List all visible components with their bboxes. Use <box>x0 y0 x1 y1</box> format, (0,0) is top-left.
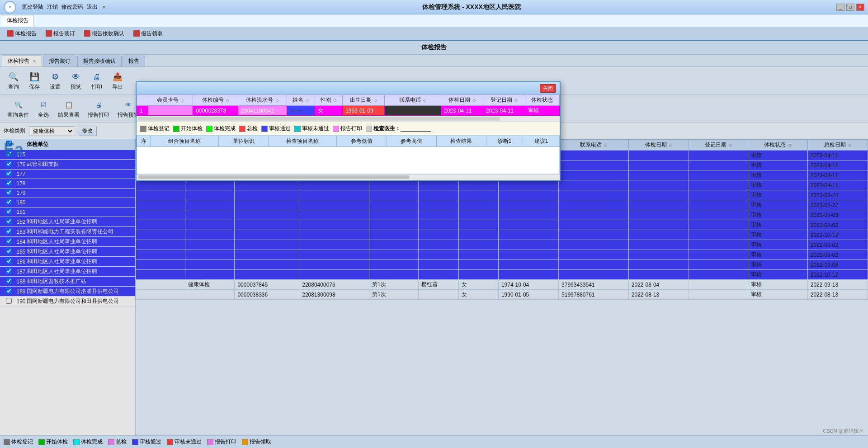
modal-cell-regdate: 2023-04-11 <box>483 106 525 116</box>
title-bar-menu: 更改登陆 注销 修改密码 退出 ▼ <box>22 3 107 11</box>
modal-legend-complete: 体检完成 <box>206 125 236 132</box>
modal-th-status: 体检状态 <box>525 95 559 106</box>
modal-table: 会员卡号 ◇ 体检编号 ◇ 体检流水号 ◇ 姓名 ◇ 性别 ◇ 出生日期 ◇ 联… <box>137 94 560 116</box>
close-btn[interactable]: × <box>856 4 864 11</box>
modal-th-regdate: 登记日期 ◇ <box>483 95 525 106</box>
menu-exit[interactable]: 退出 <box>87 3 98 11</box>
modal-legend-box-register <box>140 126 146 132</box>
modal-tbody: 1 0000028378 23041100042 —— 女 1969-01-09… <box>137 106 560 116</box>
modal-legend-box-total <box>239 126 245 132</box>
modal-legend-box-complete <box>206 126 212 132</box>
modal-overlay: 关闭 会员卡号 ◇ 体检编号 ◇ 体检流水号 ◇ 姓名 ◇ 性别 ◇ 出生日期 … <box>0 27 868 448</box>
modal-close-btn[interactable]: 关闭 <box>540 84 556 93</box>
menu-logout[interactable]: 注销 <box>47 3 58 11</box>
modal-legend-total: 总检 <box>239 125 258 132</box>
modal-table-row[interactable]: 1 0000028378 23041100042 —— 女 1969-01-09… <box>137 106 560 116</box>
modal-th-name: 姓名 ◇ <box>287 95 315 106</box>
modal-legend: 体检登记 开始体检 体检完成 总检 审核通过 <box>137 122 560 135</box>
modal-dth-seq: 序 <box>137 136 151 147</box>
modal-header: 关闭 <box>137 82 560 94</box>
modal-legend-box-printed <box>333 126 339 132</box>
title-bar-left: ✦ 更改登陆 注销 修改密码 退出 ▼ <box>4 1 107 14</box>
modal-dth-unit: 单位标识 <box>219 136 269 147</box>
title-bar: ✦ 更改登陆 注销 修改密码 退出 ▼ 体检管理系统 - XXXX地区人民医院 … <box>0 0 868 14</box>
app-title: 体检管理系统 - XXXX地区人民医院 <box>422 3 521 11</box>
modal-cell-card <box>148 106 193 116</box>
app-tab-bar: 体检报告 <box>0 14 868 27</box>
modal-legend-register: 体检登记 <box>140 125 170 132</box>
modal-cell-phone <box>385 106 441 116</box>
modal-table-header: 会员卡号 ◇ 体检编号 ◇ 体检流水号 ◇ 姓名 ◇ 性别 ◇ 出生日期 ◇ 联… <box>137 95 560 106</box>
modal-legend-approved: 审核通过 <box>261 125 291 132</box>
modal-dialog: 关闭 会员卡号 ◇ 体检编号 ◇ 体检流水号 ◇ 姓名 ◇ 性别 ◇ 出生日期 … <box>136 81 561 181</box>
modal-legend-box-notapproved <box>294 126 301 132</box>
modal-th-rownum <box>137 95 148 106</box>
modal-legend-box-start <box>173 126 179 132</box>
modal-th-gender: 性别 ◇ <box>315 95 343 106</box>
modal-detail-scrollbar[interactable] <box>137 174 560 180</box>
modal-dth-item: 检查项目名称 <box>269 136 337 147</box>
modal-cell-status: 审核 <box>525 106 559 116</box>
window-controls: _ □ × <box>836 4 864 11</box>
modal-th-phone: 联系电话 ◇ <box>385 95 441 106</box>
modal-dth-diag: 诊断1 <box>486 136 523 147</box>
modal-detail-empty-row <box>137 147 560 174</box>
modal-dth-result: 检查结果 <box>436 136 486 147</box>
modal-th-examnum: 体检编号 ◇ <box>193 95 238 106</box>
modal-cell-name: —— <box>287 106 315 116</box>
modal-cell-serial: 23041100042 <box>238 106 287 116</box>
modal-legend-box-doctor <box>366 126 372 132</box>
modal-cell-gender: 女 <box>315 106 343 116</box>
modal-legend-notapproved: 审核未通过 <box>294 125 329 132</box>
modal-dth-suggest: 建议1 <box>523 136 560 147</box>
modal-legend-doctor: 检查医生：__________ <box>366 125 431 132</box>
menu-change-login[interactable]: 更改登陆 <box>22 3 43 11</box>
modal-cell-rownum: 1 <box>137 106 148 116</box>
modal-th-examdate: 体检日期 ◇ <box>441 95 483 106</box>
modal-cell-examnum: 0000028378 <box>193 106 238 116</box>
modal-dth-refhi: 参考高值 <box>387 136 436 147</box>
modal-legend-box-approved <box>261 126 268 132</box>
modal-th-dob: 出生日期 ◇ <box>343 95 385 106</box>
modal-cell-examdate: 2023-04-11 <box>441 106 483 116</box>
modal-legend-printed: 报告打印 <box>333 125 362 132</box>
modal-table-wrap[interactable]: 会员卡号 ◇ 体检编号 ◇ 体检流水号 ◇ 姓名 ◇ 性别 ◇ 出生日期 ◇ 联… <box>137 94 560 116</box>
modal-legend-start: 开始体检 <box>173 125 203 132</box>
menu-change-pwd[interactable]: 修改密码 <box>61 3 83 11</box>
modal-detail-header: 序 组合项目名称 单位标识 检查项目名称 参考低值 参考高值 检查结果 诊断1 … <box>137 136 560 147</box>
modal-detail-body <box>137 147 560 174</box>
modal-detail-table: 序 组合项目名称 单位标识 检查项目名称 参考低值 参考高值 检查结果 诊断1 … <box>137 136 560 174</box>
modal-dth-reflo: 参考低值 <box>337 136 387 147</box>
modal-dth-group: 组合项目名称 <box>151 136 219 147</box>
modal-th-card: 会员卡号 ◇ <box>148 95 193 106</box>
maximize-btn[interactable]: □ <box>846 4 854 11</box>
modal-th-serial: 体检流水号 ◇ <box>238 95 287 106</box>
main-area: 体检报告 报告装订 报告接收确认 报告领取 体检报告 体检报告 ✕ 报告装订 报… <box>0 27 868 448</box>
modal-cell-dob: 1969-01-09 <box>343 106 385 116</box>
modal-detail: 序 组合项目名称 单位标识 检查项目名称 参考低值 参考高值 检查结果 诊断1 … <box>137 135 560 174</box>
app-logo: ✦ <box>4 1 16 14</box>
app-tab-report[interactable]: 体检报告 <box>2 15 33 26</box>
minimize-btn[interactable]: _ <box>836 4 844 11</box>
